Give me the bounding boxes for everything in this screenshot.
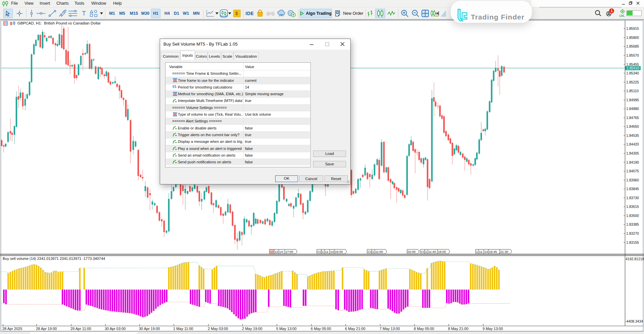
svg-text:2 May 19:00: 2 May 19:00 xyxy=(242,327,262,331)
svg-text:1.85340: 1.85340 xyxy=(626,71,639,75)
svg-text:CC: CC xyxy=(317,250,322,254)
svg-text:11:00: 11:00 xyxy=(375,250,383,254)
svg-text:8 May 21:00: 8 May 21:00 xyxy=(448,327,468,331)
svg-text:1.85225: 1.85225 xyxy=(626,80,639,84)
svg-text:1.84765: 1.84765 xyxy=(626,116,639,120)
svg-text:5 May 13:00: 5 May 13:00 xyxy=(276,327,297,331)
svg-text:1.85110: 1.85110 xyxy=(626,89,639,93)
svg-text:1.83845: 1.83845 xyxy=(626,187,639,191)
svg-text:Buy sell volume (14) 2341.0139: Buy sell volume (14) 2341.013971 2341.01… xyxy=(3,257,105,261)
svg-text:11:: 11: xyxy=(325,250,329,254)
svg-text:1.85455: 1.85455 xyxy=(626,62,639,66)
svg-text:14: 14 xyxy=(330,250,334,254)
svg-text:16:45: 16:45 xyxy=(489,250,497,254)
svg-text:1.83500: 1.83500 xyxy=(626,214,639,218)
svg-text:1.83385: 1.83385 xyxy=(626,222,639,226)
svg-text:16:00: 16:00 xyxy=(335,250,343,254)
svg-text:$: $ xyxy=(235,11,238,16)
svg-text:28 Apr 2025: 28 Apr 2025 xyxy=(2,327,22,331)
svg-text:1.85915: 1.85915 xyxy=(626,26,639,31)
svg-text:10: 10 xyxy=(270,250,274,254)
svg-text:29 Apr 11:00: 29 Apr 11:00 xyxy=(70,327,91,331)
svg-text:1.83960: 1.83960 xyxy=(626,178,639,182)
svg-text:1.85685: 1.85685 xyxy=(626,44,639,48)
svg-text:6 May 21:00: 6 May 21:00 xyxy=(345,327,365,331)
svg-text:28 Apr 19:00: 28 Apr 19:00 xyxy=(36,327,57,331)
svg-text:1.84650: 1.84650 xyxy=(626,124,639,128)
svg-text:1: 1 xyxy=(322,250,324,254)
svg-text:15:00: 15:00 xyxy=(438,250,446,254)
svg-text:1: 1 xyxy=(425,250,427,254)
svg-text:1.85800: 1.85800 xyxy=(626,36,639,40)
svg-text:LVL: LVL xyxy=(620,14,625,17)
svg-text:2 May 03:00: 2 May 03:00 xyxy=(208,327,228,331)
svg-text:9 May 13:00: 9 May 13:00 xyxy=(483,327,503,331)
svg-text:30 Apr 19:00: 30 Apr 19:00 xyxy=(139,327,160,331)
svg-text:1.83615: 1.83615 xyxy=(626,205,639,209)
svg-text:1.84995: 1.84995 xyxy=(626,98,639,102)
svg-text:1: 1 xyxy=(476,250,478,254)
svg-text:CC: CC xyxy=(421,250,426,254)
svg-text:1 May 11:00: 1 May 11:00 xyxy=(173,327,193,331)
svg-text:-4408.3434: -4408.3434 xyxy=(625,319,643,323)
svg-text:CC: CC xyxy=(368,250,373,254)
svg-text:1.85570: 1.85570 xyxy=(626,53,639,57)
svg-text:1.84535: 1.84535 xyxy=(626,133,639,137)
svg-text:6 May 05:00: 6 May 05:00 xyxy=(311,327,331,331)
svg-text:02:00: 02:00 xyxy=(408,250,416,254)
svg-text:1.83155: 1.83155 xyxy=(626,240,639,244)
svg-text:1.84305: 1.84305 xyxy=(626,151,639,155)
svg-text:1.83270: 1.83270 xyxy=(626,231,639,235)
svg-text:11:40: 11:40 xyxy=(428,250,436,254)
svg-text:12: 12 xyxy=(275,250,278,254)
svg-text:1.84075: 1.84075 xyxy=(626,169,639,173)
svg-text:14: 14 xyxy=(484,250,488,254)
svg-text:11:: 11: xyxy=(479,250,483,254)
svg-text:1.84190: 1.84190 xyxy=(626,160,639,164)
svg-text:1.83730: 1.83730 xyxy=(626,196,639,200)
svg-text:14:: 14: xyxy=(279,250,284,254)
svg-text:1.84420: 1.84420 xyxy=(626,142,639,146)
svg-text:1.84880: 1.84880 xyxy=(626,107,639,111)
svg-text:8 May 05:00: 8 May 05:00 xyxy=(414,327,434,331)
svg-text:17:00: 17:00 xyxy=(285,250,293,254)
svg-text:7 May 13:00: 7 May 13:00 xyxy=(380,327,400,331)
svg-text:30 Apr 03:00: 30 Apr 03:00 xyxy=(105,327,126,331)
svg-text:4192.81218: 4192.81218 xyxy=(626,257,644,261)
svg-text:21:30: 21:30 xyxy=(500,250,508,254)
svg-text:1: 1 xyxy=(372,250,374,254)
svg-text:1.85410: 1.85410 xyxy=(627,66,639,70)
